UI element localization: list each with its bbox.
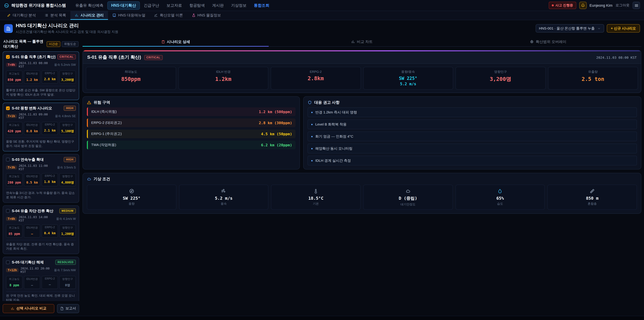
check-icon — [6, 107, 9, 110]
app-title: 해양환경 위기대응 통합시스템 — [12, 3, 66, 8]
nav-item-board[interactable]: 게시판 — [209, 2, 227, 9]
app-root: 해양환경 위기대응 통합시스템 유출유 확산예측 HNS·대기확산 긴급구난 보… — [0, 0, 644, 320]
scenario-title: S-02 풍향 변화 시나리오 — [12, 106, 62, 111]
check-icon — [6, 56, 9, 58]
scenario-wind: 풍속 7.5m/s NW — [54, 268, 76, 272]
tab-scenario-management[interactable]: 시나리오 관리 — [70, 11, 108, 20]
time-offset-chip: T+1h — [6, 114, 16, 118]
report-button[interactable]: 보고서 — [57, 304, 79, 313]
tab-label: 비교 차트 — [357, 39, 373, 44]
app-logo[interactable]: 해양환경 위기대응 통합시스템 — [4, 3, 66, 8]
incident-select[interactable]: HNS-001 · 울산 온산항 톨루엔 누출 — [536, 24, 604, 33]
tab-label: 분석 목록 — [50, 13, 66, 18]
weather-wind-speed: 5.2 m/s 풍속 — [179, 185, 268, 210]
menu-button[interactable] — [632, 2, 640, 9]
stat-concentration: 최고농도850 ppm — [6, 71, 22, 84]
scenario-card-s02[interactable]: S-02 풍향 변화 시나리오 HIGH T+1h 2024.11.03 09:… — [3, 103, 79, 151]
tab-comparison-chart[interactable]: 비교 차트 — [269, 38, 455, 46]
danger-zones-panel: 위험 구역 IDLH (즉시위험) 1.2 km (500ppm) ERPG-2… — [82, 96, 300, 169]
stat-value: — — [31, 283, 33, 287]
scenario-checkbox[interactable] — [6, 106, 10, 110]
pencil-icon — [7, 13, 11, 17]
scenario-checkbox[interactable] — [6, 158, 10, 161]
scenario-meta: T+3h 2024.11.03 11:00 KST 풍속 3.5m/s S — [6, 164, 76, 171]
zone-label: ERPG-2 (대피권고) — [91, 121, 122, 125]
tab-hns-manual[interactable]: HNS 대응매뉴얼 — [108, 11, 150, 20]
weather-label: 기온 — [273, 202, 359, 206]
weather-label: 혼합층 — [549, 202, 635, 206]
scenario-card-top: S-01 유출 직후 (초기 확산) CRITICAL — [6, 54, 76, 59]
recommendation-item: Level B 화학복 착용 — [308, 120, 637, 129]
stat-label: 최고농도 — [7, 226, 22, 229]
incident-status-label: 사고 진행중 — [555, 3, 573, 8]
nav-item-hns[interactable]: HNS·대기확산 — [108, 1, 140, 10]
tab-analysis[interactable]: 대기확산 분석 — [3, 11, 40, 20]
zone-value: 2.8 km (300ppm) — [259, 121, 292, 125]
time-offset-chip: T+0h — [6, 63, 16, 67]
compare-scenarios-button[interactable]: 선택 시나리오 비교 — [3, 304, 54, 313]
scenario-timestamp: 2024.11.03 08:00 KST — [18, 61, 52, 68]
nav-item-reports[interactable]: 보고자료 — [163, 2, 185, 9]
scenario-card-s03[interactable]: S-03 연속누출 확대 HIGH T+3h 2024.11.03 11:00 … — [3, 154, 79, 203]
stat-value: 2.5 ton — [550, 76, 636, 82]
scenario-timestamp: 2024.11.03 11:00 KST — [18, 164, 55, 171]
stat-label: 최고농도 — [7, 72, 22, 76]
new-scenario-button[interactable]: + 신규 시나리오 — [607, 24, 640, 33]
zone-value: 6.2 km (20ppm) — [261, 143, 292, 147]
tab-label: 대기확산 분석 — [13, 13, 36, 18]
notifications-button[interactable] — [579, 2, 586, 9]
nav-item-weather[interactable]: 기상정보 — [228, 2, 250, 9]
zone-label: TWA (작업허용) — [91, 143, 116, 147]
scenario-sidebar: 시나리오 목록 — 톨루엔 대기확산 시간순 위험도순 S-01 유출 직후 (… — [3, 38, 79, 314]
line-chart-icon — [154, 13, 158, 17]
tab-analysis-list[interactable]: 분석 목록 — [40, 11, 70, 20]
stat-label: 영향인구 — [60, 123, 75, 127]
scenario-stats: 최고농도85 ppm IDLH반경— ERPG-20.4 km 영향인구1,20… — [6, 224, 76, 238]
nav-item-rescue[interactable]: 긴급구난 — [140, 2, 162, 9]
weather-grid: SW 225° 풍향 5.2 m/s 풍속 18.5°C 기온 — [87, 185, 637, 210]
scenario-checkbox[interactable] — [6, 209, 10, 213]
scenario-checkbox[interactable] — [6, 55, 10, 59]
stat-concentration: 최고농도420 ppm — [6, 122, 22, 135]
danger-zone-row-idlh: IDLH (즉시위험) 1.2 km (500ppm) — [87, 107, 296, 116]
user-name: Eunjeong Kim — [590, 3, 612, 8]
weather-panel: 기상 조건 SW 225° 풍향 5.2 m/s 풍속 — [82, 173, 641, 214]
scenario-meta: T+0h 2024.11.03 08:00 KST 풍속 5.2m/s SW — [6, 61, 76, 68]
tab-scenario-detail[interactable]: 시나리오 상세 — [82, 38, 269, 46]
stat-value: 0.8 km — [26, 129, 38, 133]
weather-temperature: 18.5°C 기온 — [271, 185, 360, 210]
incident-select-value: HNS-001 · 울산 온산항 톨루엔 누출 — [539, 26, 595, 31]
sort-controls: 시간순 위험도순 — [46, 41, 78, 47]
sort-by-time-chip[interactable]: 시간순 — [46, 41, 60, 47]
tab-label: 시나리오 관리 — [80, 13, 104, 18]
document-icon — [60, 306, 64, 310]
tab-diffusion-model-theory[interactable]: 확산모델 이론 — [150, 11, 187, 20]
stat-max-concentration: 최대농도 850ppm — [86, 67, 176, 90]
scenario-card-s04[interactable]: S-04 유출 차단·잔류 확산 MEDIUM T+6h 2024.11.03 … — [3, 205, 79, 254]
bell-icon — [581, 3, 585, 8]
sort-by-risk-chip[interactable]: 위험도순 — [62, 41, 78, 47]
stat-label: IDLH반경 — [25, 277, 39, 281]
stat-value: SW 225° — [365, 76, 452, 81]
page-subtitle: 시간조건별 대기확산 예측 시나리오 비교·검토 및 대응 의사결정 지원 — [16, 30, 118, 34]
logout-button[interactable]: 로그아웃 — [616, 3, 630, 8]
stat-value: 85 ppm — [8, 232, 20, 236]
panel-title: 위험 구역 — [94, 100, 110, 105]
scenario-card-s01[interactable]: S-01 유출 직후 (초기 확산) CRITICAL T+0h 2024.11… — [3, 51, 79, 100]
scenario-checkbox[interactable] — [6, 260, 10, 264]
stat-erpg: ERPG-20.4 km — [42, 224, 58, 238]
nav-item-aerial[interactable]: 항공탐색 — [186, 2, 208, 9]
stat-population: 영향인구1,200명 — [59, 224, 76, 238]
stat-label: ERPG-2 — [272, 70, 359, 74]
stat-value: 2.8 km — [44, 77, 56, 81]
nav-item-integrated-search[interactable]: 통합조회 — [250, 2, 273, 9]
scenario-card-s05[interactable]: S-05 대기확산 해제 RESOLVED T+12h 2024.11.03 2… — [3, 257, 79, 301]
tab-hns-substance-info[interactable]: HNS 물질정보 — [187, 11, 226, 20]
stat-wind: 풍향/풍속 SW 225° 5.2 m/s — [363, 67, 453, 90]
weather-stability: D (중립) 대기안정도 — [363, 185, 453, 210]
ruler-icon — [590, 189, 595, 194]
tab-diffusion-overlay[interactable]: 확산범위 오버레이 — [455, 38, 641, 46]
page-header-right: HNS-001 · 울산 온산항 톨루엔 누출 + 신규 시나리오 — [536, 24, 640, 33]
stat-label: IDLH반경 — [25, 123, 39, 127]
nav-item-oil-spill[interactable]: 유출유 확산예측 — [72, 2, 107, 9]
